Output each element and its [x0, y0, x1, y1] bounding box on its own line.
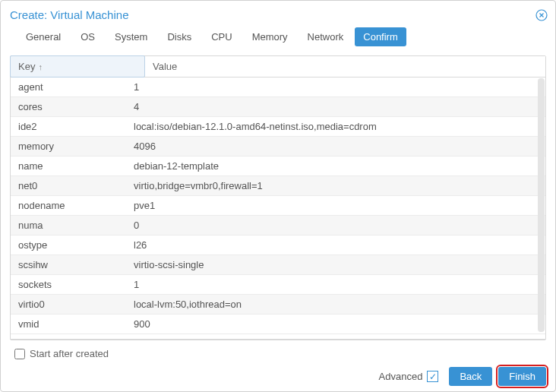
- cell-key: agent: [11, 77, 126, 96]
- cell-value: pve1: [126, 196, 545, 215]
- summary-table: Key ↑ Value agent1cores4ide2local:iso/de…: [10, 55, 546, 340]
- cell-value: 1: [126, 275, 545, 294]
- table-row[interactable]: nodenamepve1: [11, 196, 545, 216]
- table-header: Key ↑ Value: [11, 56, 545, 77]
- scrollbar[interactable]: [538, 78, 545, 332]
- tab-confirm[interactable]: Confirm: [355, 27, 406, 46]
- cell-value: 4: [126, 97, 545, 116]
- cell-key: nodename: [11, 196, 126, 215]
- cell-value: virtio-scsi-single: [126, 255, 545, 274]
- cell-value: 900: [126, 315, 545, 334]
- cell-value: debian-12-template: [126, 156, 545, 175]
- table-row[interactable]: sockets1: [11, 275, 545, 295]
- column-header-key[interactable]: Key ↑: [10, 55, 145, 77]
- cell-value: local-lvm:50,iothread=on: [126, 295, 545, 314]
- table-row[interactable]: namedebian-12-template: [11, 156, 545, 176]
- dialog-title: Create: Virtual Machine: [10, 8, 128, 21]
- cell-key: virtio0: [11, 295, 126, 314]
- table-row[interactable]: net0virtio,bridge=vmbr0,firewall=1: [11, 176, 545, 196]
- cell-value: virtio,bridge=vmbr0,firewall=1: [126, 176, 545, 195]
- cell-key: memory: [11, 137, 126, 156]
- tab-disks[interactable]: Disks: [159, 27, 200, 46]
- cell-value: local:iso/debian-12.1.0-amd64-netinst.is…: [126, 117, 545, 136]
- cell-value: 1: [126, 77, 545, 96]
- advanced-label: Advanced: [379, 371, 423, 382]
- tab-system[interactable]: System: [106, 27, 156, 46]
- cell-key: ostype: [11, 236, 126, 254]
- cell-key: cores: [11, 97, 126, 116]
- back-button[interactable]: Back: [449, 367, 492, 386]
- tab-memory[interactable]: Memory: [244, 27, 296, 46]
- close-icon[interactable]: [535, 9, 548, 21]
- titlebar: Create: Virtual Machine: [1, 1, 555, 27]
- tab-network[interactable]: Network: [299, 27, 352, 46]
- cell-key: net0: [11, 176, 126, 195]
- table-row[interactable]: cores4: [11, 97, 545, 117]
- start-after-created-label: Start after created: [30, 348, 109, 359]
- column-header-value[interactable]: Value: [145, 56, 545, 77]
- table-blank-row: [11, 334, 545, 340]
- cell-value: 0: [126, 216, 545, 235]
- start-after-created-checkbox[interactable]: Start after created: [1, 340, 555, 359]
- cell-key: vmid: [11, 315, 126, 334]
- advanced-toggle[interactable]: Advanced ✓: [379, 371, 439, 382]
- cell-key: ide2: [11, 117, 126, 136]
- column-header-key-label: Key: [18, 61, 35, 72]
- table-row[interactable]: scsihwvirtio-scsi-single: [11, 255, 545, 275]
- table-body: agent1cores4ide2local:iso/debian-12.1.0-…: [11, 77, 545, 340]
- table-row[interactable]: ostypel26: [11, 236, 545, 255]
- finish-button[interactable]: Finish: [498, 367, 546, 386]
- cell-key: numa: [11, 216, 126, 235]
- tab-general[interactable]: General: [17, 27, 69, 46]
- cell-key: sockets: [11, 275, 126, 294]
- tab-cpu[interactable]: CPU: [203, 27, 240, 46]
- start-after-created-input[interactable]: [14, 349, 25, 359]
- tab-os[interactable]: OS: [72, 27, 103, 46]
- table-row[interactable]: virtio0local-lvm:50,iothread=on: [11, 295, 545, 315]
- table-row[interactable]: vmid900: [11, 315, 545, 334]
- table-row[interactable]: memory4096: [11, 137, 545, 156]
- table-row[interactable]: ide2local:iso/debian-12.1.0-amd64-netins…: [11, 117, 545, 137]
- cell-value: 4096: [126, 137, 545, 156]
- column-header-value-label: Value: [153, 61, 177, 72]
- table-row[interactable]: agent1: [11, 77, 545, 97]
- create-vm-dialog: Create: Virtual Machine General OS Syste…: [0, 0, 556, 392]
- sort-ascending-icon: ↑: [38, 62, 43, 71]
- cell-value: l26: [126, 236, 545, 254]
- footer: Advanced ✓ Back Finish: [1, 359, 555, 392]
- tabbar: General OS System Disks CPU Memory Netwo…: [1, 27, 555, 55]
- checkbox-checked-icon: ✓: [427, 371, 438, 382]
- cell-key: name: [11, 156, 126, 175]
- table-row[interactable]: numa0: [11, 216, 545, 236]
- cell-key: scsihw: [11, 255, 126, 274]
